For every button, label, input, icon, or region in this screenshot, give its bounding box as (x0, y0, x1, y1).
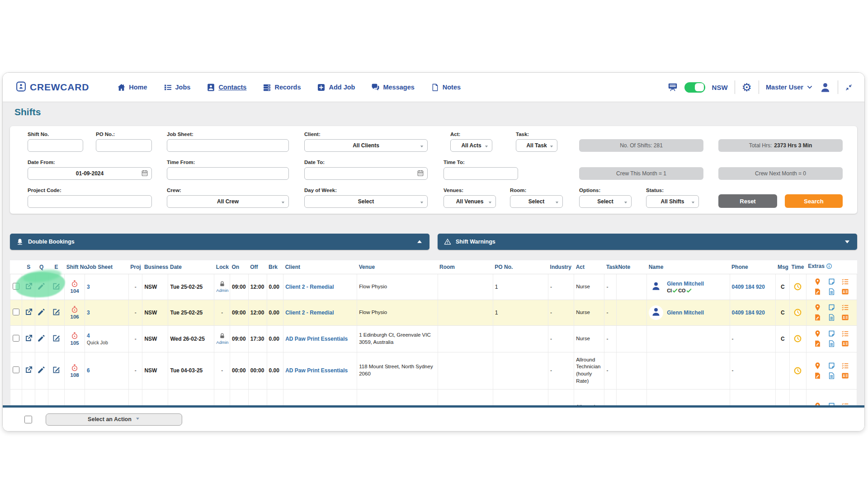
nav-item-add-job[interactable]: Add Job (317, 83, 355, 92)
timer-icon[interactable] (66, 280, 83, 288)
clock-icon[interactable] (792, 366, 804, 375)
task-select[interactable]: All Task (516, 139, 557, 152)
location-pin-icon[interactable] (814, 278, 821, 286)
phone-link[interactable]: 0409 184 920 (732, 310, 765, 316)
collapse-button[interactable] (845, 84, 853, 91)
edit-note-icon[interactable] (52, 282, 61, 291)
user-menu[interactable]: Master User (766, 84, 813, 91)
checklist-icon[interactable] (841, 362, 849, 370)
status-select[interactable]: All Shifts (646, 195, 699, 208)
share-icon[interactable] (24, 366, 33, 374)
calendar-icon[interactable] (417, 169, 424, 178)
edit-note-icon[interactable] (52, 366, 61, 374)
location-pin-icon[interactable] (814, 304, 821, 311)
document-icon[interactable] (828, 372, 835, 380)
timer-icon[interactable] (66, 332, 83, 340)
pencil-icon[interactable] (37, 308, 46, 316)
job-sheet-link[interactable]: 3 (87, 310, 90, 316)
row-checkbox[interactable] (13, 335, 19, 342)
nav-item-contacts[interactable]: Contacts (207, 83, 246, 92)
client-link[interactable]: AD Paw Print Essentials (285, 336, 348, 342)
clock-icon[interactable] (792, 308, 804, 317)
pencil-icon[interactable] (37, 282, 46, 291)
crew-name-link[interactable]: Glenn Mitchell (667, 310, 704, 316)
options-select[interactable]: Select (579, 195, 632, 208)
row-checkbox[interactable] (13, 366, 19, 373)
share-icon[interactable] (24, 308, 33, 316)
date-from-input[interactable] (28, 167, 152, 180)
shift-warnings-panel[interactable]: Shift Warnings (438, 234, 857, 250)
checklist-icon[interactable] (841, 304, 849, 311)
note-icon[interactable] (828, 402, 835, 406)
checklist-icon[interactable] (841, 278, 849, 286)
clock-icon[interactable] (792, 334, 804, 343)
project-code-input[interactable] (28, 195, 152, 208)
row-checkbox[interactable] (13, 309, 19, 315)
act-select[interactable]: All Acts (450, 139, 492, 152)
phone-link[interactable]: 0409 184 920 (732, 284, 765, 290)
date-to-input[interactable] (304, 167, 428, 180)
day-of-week-select[interactable]: Select (304, 195, 428, 208)
client-link[interactable]: AD Paw Print Essentials (285, 367, 348, 374)
search-button[interactable]: Search (785, 194, 843, 208)
location-pin-icon[interactable] (814, 330, 821, 338)
shift-no-input[interactable] (28, 139, 83, 152)
pencil-icon[interactable] (37, 334, 46, 343)
edit-note-icon[interactable] (52, 308, 61, 316)
job-sheet-link[interactable]: 4 (87, 333, 90, 339)
nav-item-notes[interactable]: Notes (431, 83, 461, 92)
nav-item-jobs[interactable]: Jobs (164, 83, 191, 92)
client-link[interactable]: Client 2 - Remedial (285, 310, 334, 316)
nav-item-messages[interactable]: Messages (371, 83, 414, 92)
pencil-icon[interactable] (37, 366, 46, 374)
gear-icon[interactable]: ⚙ (742, 82, 752, 93)
note-icon[interactable] (828, 304, 835, 311)
share-icon[interactable] (24, 282, 33, 291)
id-card-icon[interactable] (841, 288, 849, 296)
client-link[interactable]: Client 2 - Remedial (285, 284, 334, 290)
user-avatar-button[interactable] (820, 82, 831, 93)
job-sheet-link[interactable]: 3 (87, 284, 90, 290)
venues-select[interactable]: All Venues (443, 195, 496, 208)
crewcard-logo[interactable]: CREWCARD (15, 81, 89, 94)
time-from-input[interactable] (167, 167, 289, 180)
job-sheet-input[interactable] (167, 139, 289, 152)
note-icon[interactable] (828, 278, 835, 286)
nav-item-records[interactable]: Records (263, 83, 301, 92)
display-view-icon[interactable] (668, 82, 678, 92)
id-card-icon[interactable] (841, 314, 849, 321)
row-checkbox[interactable] (13, 283, 19, 290)
timer-icon[interactable] (66, 305, 83, 314)
sign-document-icon[interactable] (814, 314, 821, 321)
room-select[interactable]: Select (510, 195, 563, 208)
clock-icon[interactable] (792, 282, 804, 291)
nav-item-home[interactable]: Home (117, 83, 147, 92)
sign-document-icon[interactable] (814, 288, 821, 296)
reset-button[interactable]: Reset (718, 194, 777, 208)
info-icon[interactable] (826, 263, 832, 271)
checklist-icon[interactable] (841, 402, 849, 406)
sign-document-icon[interactable] (814, 372, 821, 380)
calendar-icon[interactable] (141, 169, 148, 178)
client-select[interactable]: All Clients (304, 139, 428, 152)
share-icon[interactable] (24, 334, 33, 343)
id-card-icon[interactable] (841, 372, 849, 380)
region-toggle[interactable] (684, 82, 705, 93)
timer-icon[interactable] (66, 364, 83, 372)
document-icon[interactable] (828, 288, 835, 296)
document-icon[interactable] (828, 340, 835, 347)
id-card-icon[interactable] (841, 340, 849, 347)
job-sheet-link[interactable]: 6 (87, 367, 90, 374)
select-action-button[interactable]: Select an Action (46, 413, 182, 426)
checklist-icon[interactable] (841, 330, 849, 338)
edit-note-icon[interactable] (52, 334, 61, 343)
document-icon[interactable] (828, 314, 835, 321)
time-to-input[interactable] (443, 167, 518, 180)
location-pin-icon[interactable] (814, 362, 821, 370)
note-icon[interactable] (828, 362, 835, 370)
select-all-checkbox[interactable] (24, 416, 32, 423)
sign-document-icon[interactable] (814, 340, 821, 347)
po-no-input[interactable] (96, 139, 152, 152)
crew-select[interactable]: All Crew (167, 195, 289, 208)
location-pin-icon[interactable] (814, 402, 821, 406)
